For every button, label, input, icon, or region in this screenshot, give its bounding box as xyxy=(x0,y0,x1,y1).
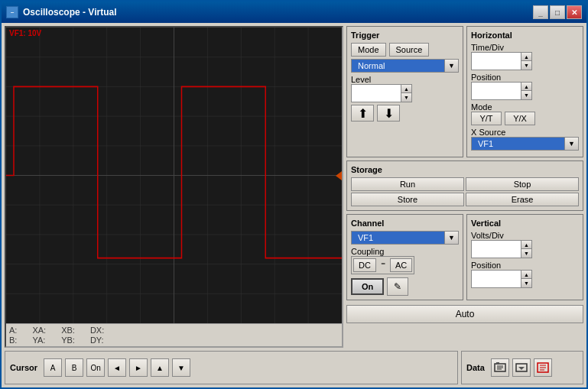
vert-pos-down-button[interactable]: ▼ xyxy=(521,279,531,287)
level-label: Level xyxy=(351,75,459,84)
time-div-arrows: ▲ ▼ xyxy=(521,53,531,70)
time-div-input[interactable]: 10u xyxy=(472,53,521,70)
scope-display: VF1: 10V xyxy=(5,26,343,348)
level-up-button[interactable]: ▲ xyxy=(401,85,411,93)
channel-dropdown-arrow[interactable]: ▼ xyxy=(444,232,458,244)
vert-pos-up-button[interactable]: ▲ xyxy=(521,271,531,279)
trigger-arrow xyxy=(336,171,342,180)
vert-position-label: Position xyxy=(471,261,579,270)
load-icon xyxy=(494,362,506,373)
store-button[interactable]: Store xyxy=(351,193,464,206)
horiz-position-arrows: ▲ ▼ xyxy=(521,83,531,99)
horiz-position-input[interactable]: 0 xyxy=(472,83,521,99)
trigger-dropdown-value: Normal xyxy=(352,60,444,72)
horiz-pos-down-button[interactable]: ▼ xyxy=(521,91,531,99)
cursor-a-button[interactable]: A xyxy=(44,358,62,377)
on-button[interactable]: On xyxy=(351,278,384,295)
rise-trigger-button[interactable]: ⬆ xyxy=(351,105,374,122)
xsource-dropdown[interactable]: VF1 ▼ xyxy=(471,137,579,151)
vert-position-row: 0 ▲ ▼ xyxy=(471,270,579,288)
trigger-dropdown[interactable]: Normal ▼ xyxy=(351,59,459,73)
cursor-left-button[interactable]: ◄ xyxy=(108,358,126,377)
vert-position-wrap: 0 ▲ ▼ xyxy=(471,270,532,288)
trigger-source-button[interactable]: Source xyxy=(389,43,430,57)
channel-value: VF1 xyxy=(352,232,444,244)
export-icon xyxy=(537,362,549,373)
stop-button[interactable]: Stop xyxy=(466,177,579,191)
content-area: VF1: 10V xyxy=(2,23,586,387)
xsource-arrow[interactable]: ▼ xyxy=(564,138,578,150)
window-title: Oscilloscope - Virtual xyxy=(23,7,533,18)
data-load-button[interactable] xyxy=(491,358,509,377)
coupling-buttons: DC ⁼ AC xyxy=(351,256,414,274)
data-save-button[interactable] xyxy=(512,358,531,377)
trigger-mode-button[interactable]: Mode xyxy=(351,43,386,57)
level-down-button[interactable]: ▼ xyxy=(401,93,411,102)
info-dx-label: DX: xyxy=(90,326,104,335)
erase-button[interactable]: Erase xyxy=(466,193,579,206)
time-div-row: 10u ▲ ▼ xyxy=(471,52,579,70)
info-b-label: B: xyxy=(9,336,17,345)
level-input[interactable]: 0 xyxy=(352,85,401,102)
horiz-mode-row: Y/T Y/X xyxy=(471,112,579,125)
time-div-down-button[interactable]: ▼ xyxy=(521,61,531,70)
fall-trigger-button[interactable]: ⬇ xyxy=(377,105,400,122)
dc-button[interactable]: DC xyxy=(353,258,376,272)
cursor-up-button[interactable]: ▲ xyxy=(151,358,169,377)
storage-title: Storage xyxy=(351,165,579,174)
volts-div-row: 10 ▲ ▼ xyxy=(471,240,579,258)
trigger-symbols-row: ⬆ ⬇ xyxy=(351,105,459,122)
data-label: Data xyxy=(466,363,485,372)
probe-button[interactable]: ✎ xyxy=(387,277,408,296)
trigger-dropdown-arrow[interactable]: ▼ xyxy=(444,60,458,72)
app-icon: ~ xyxy=(6,6,18,18)
window-controls: _ □ ✕ xyxy=(533,5,582,19)
info-a-label: A: xyxy=(9,326,17,335)
time-div-wrap: 10u ▲ ▼ xyxy=(471,52,532,70)
horiz-pos-up-button[interactable]: ▲ xyxy=(521,83,531,91)
channel-label: VF1: 10V xyxy=(9,29,41,37)
bottom-right-row: Channel VF1 ▼ Coupling DC ⁼ xyxy=(346,214,583,300)
volts-div-arrows: ▲ ▼ xyxy=(521,241,531,258)
scope-info-bar: A: B: XA: YA: XB: YB: DX: DY: xyxy=(6,323,342,346)
close-button[interactable]: ✕ xyxy=(567,5,582,19)
info-xa-label: XA: xyxy=(32,326,46,335)
yx-button[interactable]: Y/X xyxy=(505,112,535,125)
horiz-position-row: 0 ▲ ▼ xyxy=(471,82,579,100)
yt-button[interactable]: Y/T xyxy=(471,112,502,125)
xsource-label: X Source xyxy=(471,128,579,137)
data-export-button[interactable] xyxy=(534,358,552,377)
auto-button[interactable]: Auto xyxy=(346,305,583,323)
cursor-b-button[interactable]: B xyxy=(65,358,83,377)
storage-panel: Storage Run Stop Store Erase xyxy=(346,160,583,211)
cursor-on-button[interactable]: On xyxy=(86,358,105,377)
maximize-button[interactable]: □ xyxy=(550,5,565,19)
vertical-panel: Vertical Volts/Div 10 ▲ ▼ Position xyxy=(466,214,583,300)
volts-div-down-button[interactable]: ▼ xyxy=(521,249,531,258)
top-right-row: Trigger Mode Source Normal ▼ Level xyxy=(346,26,583,157)
horiz-mode-label: Mode xyxy=(471,102,579,112)
cursor-label: Cursor xyxy=(10,363,37,372)
coupling-symbol: ⁼ xyxy=(378,258,388,272)
trigger-buttons-row: Mode Source xyxy=(351,43,459,57)
ac-button[interactable]: AC xyxy=(390,258,412,272)
volts-div-up-button[interactable]: ▲ xyxy=(521,241,531,249)
svg-rect-21 xyxy=(496,362,499,365)
cursor-right-button[interactable]: ► xyxy=(129,358,148,377)
bottom-bar: Cursor A B On ◄ ► ▲ ▼ Data xyxy=(5,351,583,384)
cursor-down-button[interactable]: ▼ xyxy=(172,358,190,377)
storage-buttons: Run Stop Store Erase xyxy=(351,177,579,206)
horiz-position-label: Position xyxy=(471,73,579,82)
level-spinner-arrows: ▲ ▼ xyxy=(401,85,411,102)
info-xb-label: XB: xyxy=(61,326,75,335)
info-col-xa: XA: YA: xyxy=(32,326,46,345)
channel-dropdown[interactable]: VF1 ▼ xyxy=(351,231,459,245)
time-div-up-button[interactable]: ▲ xyxy=(521,53,531,61)
run-button[interactable]: Run xyxy=(351,177,464,191)
minimize-button[interactable]: _ xyxy=(533,5,548,19)
trigger-title: Trigger xyxy=(351,31,459,40)
volts-div-input[interactable]: 10 xyxy=(472,241,521,258)
horiz-position-wrap: 0 ▲ ▼ xyxy=(471,82,532,100)
vert-position-input[interactable]: 0 xyxy=(472,271,521,287)
vertical-title: Vertical xyxy=(471,219,579,228)
